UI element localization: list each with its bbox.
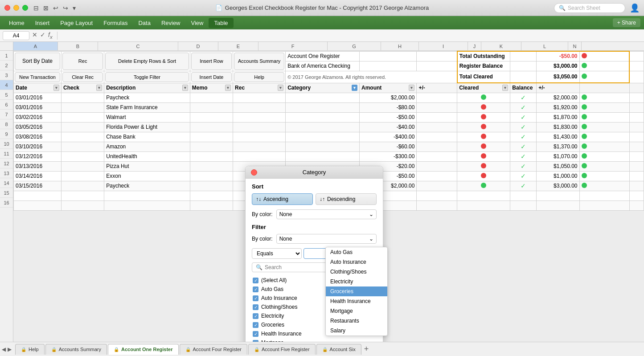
cleared-cell[interactable]: [457, 161, 510, 171]
cleared-cell[interactable]: [457, 171, 510, 181]
sort-color-select[interactable]: None ⌄: [276, 209, 377, 219]
col-plusminus-header[interactable]: +/-: [417, 83, 457, 93]
plusminus-cell[interactable]: [417, 151, 457, 161]
memo-cell[interactable]: [190, 93, 233, 102]
amount-dropdown-arrow[interactable]: ▾: [409, 85, 414, 91]
memo-cell[interactable]: [190, 142, 233, 151]
panel-close-button[interactable]: [251, 169, 257, 176]
plusminus-cell[interactable]: [417, 132, 457, 142]
delete-empty-rows-button[interactable]: Delete Empty Rows & Sort: [105, 53, 189, 70]
amount-cell[interactable]: -$400.00: [360, 132, 417, 142]
insert-date-button[interactable]: Insert Date: [191, 72, 232, 82]
sort-by-date-cell[interactable]: Sort By Date: [14, 51, 62, 71]
cleared-cell[interactable]: [457, 132, 510, 142]
memo-cell[interactable]: [190, 161, 233, 171]
check-cell[interactable]: [61, 151, 104, 161]
tab-help[interactable]: 🔒 Help: [15, 344, 45, 355]
category-cell[interactable]: [286, 102, 360, 112]
col-rec-header[interactable]: Rec▾: [233, 83, 286, 93]
menu-table[interactable]: Table: [209, 18, 233, 28]
auto-item-electricity[interactable]: Electricity: [326, 277, 387, 286]
date-cell[interactable]: 03/01/2016: [14, 102, 62, 112]
menu-review[interactable]: Review: [156, 18, 186, 28]
col-header-i[interactable]: I: [419, 42, 468, 50]
memo-dropdown-arrow[interactable]: ▾: [225, 85, 231, 91]
col-desc-header[interactable]: Description▾: [104, 83, 190, 93]
descending-sort-button[interactable]: ↓↑ Descending: [316, 193, 377, 205]
amount-cell[interactable]: -$50.00: [360, 112, 417, 122]
auto-item-auto-gas[interactable]: Auto Gas: [326, 247, 387, 257]
date-cell[interactable]: 03/15/2016: [14, 181, 62, 191]
date-cell[interactable]: 03/10/2016: [14, 142, 62, 151]
memo-cell[interactable]: [190, 112, 233, 122]
date-cell[interactable]: [14, 201, 62, 210]
search-sheet-box[interactable]: 🔍 Search Sheet: [554, 3, 625, 13]
auto-item-mortgage[interactable]: Mortgage: [326, 306, 387, 316]
check-cell[interactable]: [61, 171, 104, 181]
checkbox-auto-insurance[interactable]: ✓: [253, 295, 258, 301]
rec-cell[interactable]: [233, 132, 286, 142]
desc-cell[interactable]: Chase Bank: [104, 132, 190, 142]
plusminus-cell[interactable]: [417, 142, 457, 151]
auto-item-health-insurance[interactable]: Health Insurance: [326, 296, 387, 306]
cleared-dropdown-arrow[interactable]: ▾: [502, 85, 508, 91]
new-transaction-button[interactable]: New Transaction: [15, 72, 60, 82]
date-cell[interactable]: 03/08/2016: [14, 132, 62, 142]
desc-cell[interactable]: UnitedHealth: [104, 151, 190, 161]
checkbox-auto-gas[interactable]: ✓: [253, 286, 258, 292]
redo-icon[interactable]: ↪: [63, 4, 68, 12]
equals-select[interactable]: Equals: [252, 248, 302, 259]
col-category-header[interactable]: Category▾: [286, 83, 360, 93]
plusminus-cell[interactable]: [417, 122, 457, 132]
tab-account-one-register[interactable]: 🔒 Account One Register: [108, 344, 179, 355]
tab-prev-icon[interactable]: ◀: [2, 346, 6, 352]
col-header-k[interactable]: K: [481, 42, 521, 50]
date-cell[interactable]: [14, 191, 62, 201]
menu-insert[interactable]: Insert: [30, 18, 55, 28]
memo-cell[interactable]: [190, 122, 233, 132]
amount-cell[interactable]: -$40.00: [360, 122, 417, 132]
tab-account-four-register[interactable]: 🔒 Account Four Register: [180, 344, 247, 355]
rec-cell[interactable]: [233, 151, 286, 161]
desc-cell[interactable]: Florida Power & Light: [104, 122, 190, 132]
checkbox-electricity[interactable]: ✓: [253, 313, 258, 319]
clear-rec-button[interactable]: Clear Rec: [62, 72, 103, 82]
col-balance-plusminus-header[interactable]: +/-: [537, 83, 579, 93]
tab-account-six[interactable]: 🔒 Account Six: [316, 344, 361, 355]
checkbox-mortgage[interactable]: ✓: [253, 340, 258, 342]
checkbox-health-insurance[interactable]: ✓: [253, 331, 258, 337]
date-cell[interactable]: 03/12/2016: [14, 151, 62, 161]
cleared-cell[interactable]: [457, 122, 510, 132]
rec-cell[interactable]: [233, 102, 286, 112]
col-date-header[interactable]: Date▾: [14, 83, 62, 93]
category-cell[interactable]: [286, 151, 360, 161]
desc-cell[interactable]: State Farm Insurance: [104, 102, 190, 112]
col-header-n[interactable]: N: [568, 42, 582, 50]
clear-rec-cell[interactable]: Clear Rec: [61, 71, 104, 83]
check-cell[interactable]: [61, 112, 104, 122]
check-cell[interactable]: [61, 181, 104, 191]
col-header-j[interactable]: J: [468, 42, 481, 50]
desc-cell[interactable]: Pizza Hut: [104, 161, 190, 171]
sort-by-date-button[interactable]: Sort By Date: [15, 53, 60, 70]
cleared-cell[interactable]: [457, 142, 510, 151]
date-cell[interactable]: 03/13/2016: [14, 161, 62, 171]
help-cell[interactable]: Help: [233, 71, 286, 83]
confirm-formula-icon[interactable]: ✓: [40, 31, 45, 40]
auto-item-restaurants[interactable]: Restaurants: [326, 316, 387, 326]
plusminus-cell[interactable]: [417, 161, 457, 171]
col-header-g[interactable]: G: [328, 42, 381, 50]
col-amount-header[interactable]: Amount▾: [360, 83, 417, 93]
rec-dropdown-arrow[interactable]: ▾: [278, 85, 283, 91]
minimize-button[interactable]: [13, 5, 19, 11]
check-cell[interactable]: [61, 132, 104, 142]
check-cell[interactable]: [61, 102, 104, 112]
memo-cell[interactable]: [190, 151, 233, 161]
insert-date-cell[interactable]: Insert Date: [190, 71, 233, 83]
check-cell[interactable]: [61, 161, 104, 171]
more-icon[interactable]: ▾: [73, 4, 76, 12]
cleared-cell[interactable]: [457, 181, 510, 191]
desc-cell[interactable]: Amazon: [104, 142, 190, 151]
menu-view[interactable]: View: [186, 18, 209, 28]
fx-icon[interactable]: fx: [48, 31, 53, 40]
